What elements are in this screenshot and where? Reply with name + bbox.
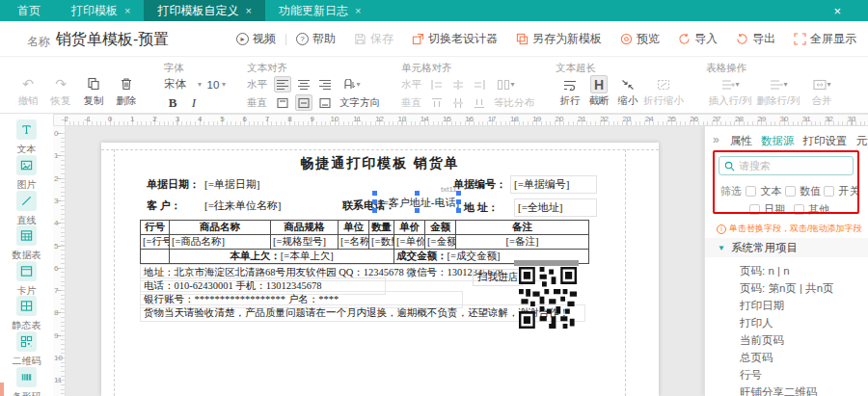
wrap-button[interactable]: 折行 bbox=[556, 75, 584, 107]
cell-valign-middle-button[interactable] bbox=[449, 94, 467, 111]
valign-middle-button[interactable] bbox=[295, 94, 312, 111]
window-close-icon[interactable]: × bbox=[833, 0, 841, 21]
tab-print-template-custom[interactable]: 打印模板自定义× bbox=[144, 0, 264, 21]
cell-align-right-button[interactable] bbox=[471, 76, 488, 92]
tree-item-page-number-nn[interactable]: 页码: n | n bbox=[740, 264, 790, 278]
tree-item-current-page[interactable]: 当前页码 bbox=[740, 333, 784, 348]
col-header[interactable]: 商品规格 bbox=[285, 222, 325, 232]
align-center-button[interactable] bbox=[295, 76, 312, 92]
col-header[interactable]: 行号 bbox=[145, 222, 165, 232]
truncate-button[interactable]: H截断 bbox=[584, 75, 613, 107]
sidebar-item-image[interactable]: 图片 bbox=[0, 155, 53, 192]
filter-option-other[interactable]: 其他 bbox=[794, 202, 838, 217]
selected-phone-field[interactable]: [=客户地址-电话] txt11 bbox=[375, 194, 458, 210]
filter-option-number[interactable]: 数值 bbox=[785, 184, 825, 198]
tab-feature-changelog[interactable]: 功能更新日志× bbox=[265, 0, 374, 21]
video-button[interactable]: ▸视频 bbox=[236, 31, 276, 47]
tree-item-shop-share-qr[interactable]: 旺铺分享二维码 bbox=[740, 385, 818, 396]
more-button[interactable]: ···更多 bbox=[862, 75, 868, 107]
save-as-new-button[interactable]: 另存为新模板 bbox=[516, 31, 602, 47]
selection-handle[interactable] bbox=[415, 191, 420, 196]
tree-header-system-items[interactable]: ▼系统常用项目 bbox=[705, 238, 868, 257]
tab-close-icon[interactable]: × bbox=[245, 5, 251, 16]
cell-valign-top-button[interactable] bbox=[428, 94, 446, 111]
tab-element-layout[interactable]: 元素布局 bbox=[856, 134, 868, 148]
selection-handle[interactable] bbox=[456, 199, 461, 204]
col-header[interactable]: 单价 bbox=[399, 222, 420, 232]
italic-button[interactable]: I bbox=[185, 95, 203, 111]
help-button[interactable]: ?帮助 bbox=[296, 31, 336, 47]
qr-code[interactable] bbox=[519, 267, 577, 329]
sidebar-item-text[interactable]: 文本 bbox=[0, 119, 53, 156]
tree-item-page-number-of-total[interactable]: 页码: 第n页 | 共n页 bbox=[740, 281, 834, 296]
tab-close-icon[interactable]: × bbox=[355, 5, 361, 16]
bold-button[interactable]: B bbox=[164, 95, 181, 111]
delete-button[interactable]: 删除 bbox=[110, 75, 143, 107]
font-size-select[interactable]: 10▾ bbox=[205, 79, 226, 91]
checkbox[interactable] bbox=[785, 186, 796, 197]
bill-no-field[interactable]: [=单据编号] bbox=[510, 175, 597, 194]
align-right-button[interactable] bbox=[316, 76, 334, 92]
table-cell[interactable]: [=金额] bbox=[425, 235, 456, 250]
tree-item-printer[interactable]: 打印人 bbox=[740, 316, 773, 330]
selection-handle[interactable] bbox=[372, 191, 377, 196]
table-cell[interactable]: [=名称] bbox=[339, 235, 369, 250]
selection-handle[interactable] bbox=[415, 208, 420, 213]
col-header[interactable]: 商品名称 bbox=[200, 222, 240, 232]
fullscreen-button[interactable]: 全屏显示 bbox=[794, 31, 856, 47]
tree-item-print-date[interactable]: 打印日期 bbox=[740, 299, 784, 313]
table-cell[interactable]: [=单价] bbox=[394, 235, 425, 250]
font-family-select[interactable]: 宋体▾ bbox=[164, 77, 202, 92]
table-cell[interactable]: [=备注] bbox=[456, 235, 589, 250]
text-rotate-button[interactable]: ▾ bbox=[338, 76, 365, 92]
cell-valign-bottom-button[interactable] bbox=[471, 94, 488, 111]
sidebar-item-qr-code[interactable]: 二维码 bbox=[0, 331, 53, 368]
tab-home[interactable]: 首页 bbox=[0, 0, 58, 21]
col-header[interactable]: 单位 bbox=[343, 222, 364, 232]
tab-properties[interactable]: 属性 bbox=[730, 134, 752, 148]
selection-handle[interactable] bbox=[456, 208, 461, 213]
tab-close-icon[interactable]: × bbox=[124, 5, 130, 16]
cell-align-center-button[interactable] bbox=[449, 76, 467, 92]
table-cell[interactable]: [=商品名称] bbox=[170, 235, 271, 250]
sidebar-item-static-table[interactable]: 静态表 bbox=[0, 296, 53, 332]
shrink-button[interactable]: 缩小 bbox=[613, 75, 642, 107]
sidebar-item-data-table[interactable]: 数据表 bbox=[0, 225, 53, 262]
selection-handle[interactable] bbox=[372, 208, 377, 213]
cell-distribute-cols-button[interactable]: ▾ bbox=[492, 76, 519, 92]
panel-collapse-icon[interactable]: » bbox=[713, 133, 719, 146]
tree-item-total-pages[interactable]: 总页码 bbox=[740, 351, 773, 365]
checkbox[interactable] bbox=[749, 204, 760, 215]
redo-button[interactable]: ↷恢复 bbox=[44, 75, 77, 107]
save-button[interactable]: 保存 bbox=[354, 31, 393, 47]
copy-button[interactable]: 复制 bbox=[77, 75, 110, 107]
checkbox[interactable] bbox=[824, 186, 834, 197]
filter-option-date[interactable]: 日期 bbox=[749, 202, 794, 217]
table-cell[interactable]: [=规格型号] bbox=[271, 235, 339, 250]
export-button[interactable]: 导出 bbox=[736, 31, 775, 47]
merge-cells-button[interactable]: ▾合并 bbox=[802, 75, 841, 107]
tab-print-template[interactable]: 打印模板× bbox=[58, 0, 144, 21]
filter-option-switch[interactable]: 开关 bbox=[824, 184, 863, 198]
scan-shop-label[interactable]: 扫我进店 bbox=[473, 269, 523, 286]
align-left-button[interactable] bbox=[274, 76, 291, 92]
undo-button[interactable]: ↶撤销 bbox=[12, 75, 44, 107]
wrap-shrink-button[interactable]: 折行缩小 bbox=[642, 75, 685, 107]
selection-handle[interactable] bbox=[372, 199, 377, 204]
sidebar-item-line[interactable]: 直线 bbox=[0, 191, 53, 227]
table-cell[interactable]: [=行号] bbox=[141, 235, 170, 250]
delete-row-col-button[interactable]: ▾删除行/列 bbox=[754, 75, 802, 107]
sidebar-item-barcode[interactable]: 条形码 bbox=[0, 367, 53, 396]
col-header[interactable]: 数量 bbox=[371, 222, 392, 232]
cell-align-left-button[interactable] bbox=[428, 76, 446, 92]
valign-bottom-button[interactable] bbox=[316, 94, 334, 111]
preview-button[interactable]: 预览 bbox=[620, 31, 660, 47]
selection-handle[interactable] bbox=[456, 191, 461, 196]
insert-row-col-button[interactable]: ▾插入行/列 bbox=[706, 75, 754, 107]
tab-print-settings[interactable]: 打印设置 bbox=[803, 134, 848, 148]
search-input[interactable] bbox=[739, 160, 835, 172]
tree-item-row-number[interactable]: 行号 bbox=[740, 368, 762, 383]
customer-field[interactable]: [=往来单位名称] bbox=[204, 198, 282, 213]
col-header[interactable]: 备注 bbox=[512, 222, 532, 232]
filter-option-text[interactable]: 文本 bbox=[746, 184, 785, 198]
